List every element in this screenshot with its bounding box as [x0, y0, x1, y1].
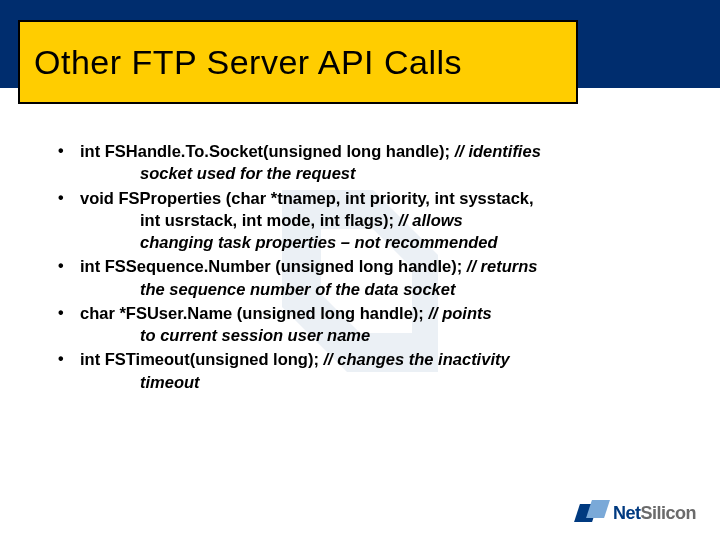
bullet-text-inner: int usrstack, int mode, int flags); [140, 211, 399, 229]
logo-mark-icon [577, 500, 607, 526]
bullet-text: int FSSequence.Number (unsigned long han… [80, 257, 467, 275]
list-item: int FSHandle.To.Socket(unsigned long han… [50, 140, 680, 185]
bullet-comment: // changes the inactivity [324, 350, 510, 368]
list-item: int FSTimeout(unsigned long); // changes… [50, 348, 680, 393]
bullet-cont: changing task properties – not recommend… [80, 231, 680, 253]
title-box: Other FTP Server API Calls [18, 20, 578, 104]
list-item: void FSProperties (char *tnamep, int pri… [50, 187, 680, 254]
bullet-text: void FSProperties (char *tnamep, int pri… [80, 189, 534, 207]
bullet-list: int FSHandle.To.Socket(unsigned long han… [50, 140, 680, 395]
bullet-cont: timeout [80, 371, 680, 393]
brand-part2: Silicon [640, 503, 696, 523]
logo-text: NetSilicon [613, 503, 696, 524]
bullet-comment: // allows [399, 211, 463, 229]
bullet-cont: to current session user name [80, 324, 680, 346]
slide-title: Other FTP Server API Calls [34, 43, 462, 82]
bullet-text: int FSHandle.To.Socket(unsigned long han… [80, 142, 455, 160]
brand-part1: Net [613, 503, 641, 523]
bullet-cont: the sequence number of the data socket [80, 278, 680, 300]
list-item: int FSSequence.Number (unsigned long han… [50, 255, 680, 300]
bullet-cont: int usrstack, int mode, int flags); // a… [80, 209, 680, 231]
footer-logo: NetSilicon [577, 500, 696, 526]
bullet-comment: // identifies [455, 142, 541, 160]
bullet-cont: socket used for the request [80, 162, 680, 184]
bullet-comment: // points [428, 304, 491, 322]
bullet-comment: // returns [467, 257, 538, 275]
bullet-text: int FSTimeout(unsigned long); [80, 350, 324, 368]
bullet-text: char *FSUser.Name (unsigned long handle)… [80, 304, 428, 322]
list-item: char *FSUser.Name (unsigned long handle)… [50, 302, 680, 347]
